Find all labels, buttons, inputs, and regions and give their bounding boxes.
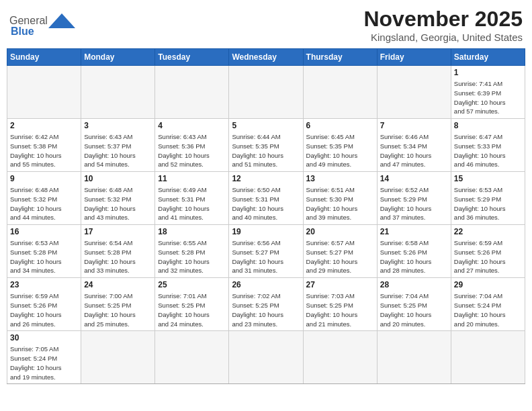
day-number: 3 <box>84 121 152 130</box>
day-info: Sunrise: 6:56 AM Sunset: 5:27 PM Dayligh… <box>232 238 300 275</box>
calendar-cell: 14Sunrise: 6:52 AM Sunset: 5:29 PM Dayli… <box>377 172 451 225</box>
day-number: 22 <box>454 227 522 236</box>
calendar-cell: 25Sunrise: 7:01 AM Sunset: 5:25 PM Dayli… <box>155 278 229 331</box>
day-info: Sunrise: 7:01 AM Sunset: 5:25 PM Dayligh… <box>158 291 226 328</box>
calendar-cell: 16Sunrise: 6:53 AM Sunset: 5:28 PM Dayli… <box>7 225 81 278</box>
day-info: Sunrise: 6:51 AM Sunset: 5:30 PM Dayligh… <box>306 185 374 222</box>
calendar-cell: 12Sunrise: 6:50 AM Sunset: 5:31 PM Dayli… <box>229 172 303 225</box>
day-number: 7 <box>380 121 448 130</box>
day-number: 18 <box>158 227 226 236</box>
calendar-cell: 2Sunrise: 6:42 AM Sunset: 5:38 PM Daylig… <box>7 119 81 172</box>
day-number: 6 <box>306 121 374 130</box>
day-of-week-header: Sunday <box>7 49 81 66</box>
calendar-cell: 21Sunrise: 6:58 AM Sunset: 5:26 PM Dayli… <box>377 225 451 278</box>
location-title: Kingsland, Georgia, United States <box>363 32 523 43</box>
calendar-cell <box>377 66 451 119</box>
day-info: Sunrise: 6:59 AM Sunset: 5:26 PM Dayligh… <box>454 238 522 275</box>
day-info: Sunrise: 6:58 AM Sunset: 5:26 PM Dayligh… <box>380 238 448 275</box>
day-info: Sunrise: 6:50 AM Sunset: 5:31 PM Dayligh… <box>232 185 300 222</box>
day-number: 14 <box>380 174 448 183</box>
day-info: Sunrise: 6:43 AM Sunset: 5:37 PM Dayligh… <box>84 132 152 169</box>
calendar-cell: 19Sunrise: 6:56 AM Sunset: 5:27 PM Dayli… <box>229 225 303 278</box>
calendar-cell <box>451 331 525 384</box>
calendar-cell <box>303 66 377 119</box>
day-info: Sunrise: 7:04 AM Sunset: 5:25 PM Dayligh… <box>380 291 448 328</box>
calendar-cell: 18Sunrise: 6:55 AM Sunset: 5:28 PM Dayli… <box>155 225 229 278</box>
calendar-cell <box>377 331 451 384</box>
day-info: Sunrise: 6:57 AM Sunset: 5:27 PM Dayligh… <box>306 238 374 275</box>
month-title: November 2025 <box>363 7 523 32</box>
day-number: 2 <box>10 121 78 130</box>
day-info: Sunrise: 6:54 AM Sunset: 5:28 PM Dayligh… <box>84 238 152 275</box>
day-of-week-header: Monday <box>81 49 155 66</box>
day-number: 28 <box>380 280 448 289</box>
calendar-cell: 28Sunrise: 7:04 AM Sunset: 5:25 PM Dayli… <box>377 278 451 331</box>
day-info: Sunrise: 6:46 AM Sunset: 5:34 PM Dayligh… <box>380 132 448 169</box>
day-number: 23 <box>10 280 78 289</box>
day-info: Sunrise: 6:47 AM Sunset: 5:33 PM Dayligh… <box>454 132 522 169</box>
day-number: 24 <box>84 280 152 289</box>
day-info: Sunrise: 6:42 AM Sunset: 5:38 PM Dayligh… <box>10 132 78 169</box>
calendar-cell: 6Sunrise: 6:45 AM Sunset: 5:35 PM Daylig… <box>303 119 377 172</box>
day-number: 17 <box>84 227 152 236</box>
day-number: 29 <box>454 280 522 289</box>
calendar-cell: 20Sunrise: 6:57 AM Sunset: 5:27 PM Dayli… <box>303 225 377 278</box>
day-info: Sunrise: 7:00 AM Sunset: 5:25 PM Dayligh… <box>84 291 152 328</box>
calendar-cell <box>229 66 303 119</box>
calendar-header-row: SundayMondayTuesdayWednesdayThursdayFrid… <box>7 49 525 66</box>
day-info: Sunrise: 7:02 AM Sunset: 5:25 PM Dayligh… <box>232 291 300 328</box>
day-number: 20 <box>306 227 374 236</box>
day-info: Sunrise: 6:44 AM Sunset: 5:35 PM Dayligh… <box>232 132 300 169</box>
day-number: 10 <box>84 174 152 183</box>
title-block: November 2025 Kingsland, Georgia, United… <box>363 7 523 43</box>
calendar-cell: 10Sunrise: 6:48 AM Sunset: 5:32 PM Dayli… <box>81 172 155 225</box>
logo-blue-icon <box>48 13 75 28</box>
day-number: 9 <box>10 174 78 183</box>
day-info: Sunrise: 6:43 AM Sunset: 5:36 PM Dayligh… <box>158 132 226 169</box>
day-number: 5 <box>232 121 300 130</box>
calendar-cell: 9Sunrise: 6:48 AM Sunset: 5:32 PM Daylig… <box>7 172 81 225</box>
calendar-cell <box>81 66 155 119</box>
day-of-week-header: Wednesday <box>229 49 303 66</box>
day-number: 21 <box>380 227 448 236</box>
day-of-week-header: Saturday <box>451 49 525 66</box>
day-number: 1 <box>454 68 522 77</box>
day-number: 25 <box>158 280 226 289</box>
day-number: 4 <box>158 121 226 130</box>
day-info: Sunrise: 7:04 AM Sunset: 5:24 PM Dayligh… <box>454 291 522 328</box>
day-number: 19 <box>232 227 300 236</box>
calendar-cell <box>81 331 155 384</box>
calendar-cell: 30Sunrise: 7:05 AM Sunset: 5:24 PM Dayli… <box>7 331 81 384</box>
calendar-cell: 24Sunrise: 7:00 AM Sunset: 5:25 PM Dayli… <box>81 278 155 331</box>
day-info: Sunrise: 6:48 AM Sunset: 5:32 PM Dayligh… <box>10 185 78 222</box>
day-info: Sunrise: 6:48 AM Sunset: 5:32 PM Dayligh… <box>84 185 152 222</box>
calendar-cell: 27Sunrise: 7:03 AM Sunset: 5:25 PM Dayli… <box>303 278 377 331</box>
day-number: 30 <box>10 333 78 342</box>
calendar-cell <box>303 331 377 384</box>
calendar-cell: 26Sunrise: 7:02 AM Sunset: 5:25 PM Dayli… <box>229 278 303 331</box>
calendar-cell <box>155 66 229 119</box>
day-info: Sunrise: 6:53 AM Sunset: 5:28 PM Dayligh… <box>10 238 78 275</box>
svg-marker-0 <box>48 13 75 28</box>
day-number: 12 <box>232 174 300 183</box>
logo: General Blue <box>9 13 75 38</box>
day-number: 26 <box>232 280 300 289</box>
day-info: Sunrise: 7:05 AM Sunset: 5:24 PM Dayligh… <box>10 345 78 381</box>
calendar-cell: 11Sunrise: 6:49 AM Sunset: 5:31 PM Dayli… <box>155 172 229 225</box>
day-number: 27 <box>306 280 374 289</box>
calendar-cell: 7Sunrise: 6:46 AM Sunset: 5:34 PM Daylig… <box>377 119 451 172</box>
calendar-cell: 29Sunrise: 7:04 AM Sunset: 5:24 PM Dayli… <box>451 278 525 331</box>
calendar-cell: 15Sunrise: 6:53 AM Sunset: 5:29 PM Dayli… <box>451 172 525 225</box>
day-number: 11 <box>158 174 226 183</box>
day-of-week-header: Tuesday <box>155 49 229 66</box>
calendar-cell <box>7 66 81 119</box>
calendar-cell: 13Sunrise: 6:51 AM Sunset: 5:30 PM Dayli… <box>303 172 377 225</box>
day-number: 13 <box>306 174 374 183</box>
calendar-cell: 5Sunrise: 6:44 AM Sunset: 5:35 PM Daylig… <box>229 119 303 172</box>
calendar-cell: 1Sunrise: 7:41 AM Sunset: 6:39 PM Daylig… <box>451 66 525 119</box>
day-info: Sunrise: 6:49 AM Sunset: 5:31 PM Dayligh… <box>158 185 226 222</box>
day-info: Sunrise: 6:55 AM Sunset: 5:28 PM Dayligh… <box>158 238 226 275</box>
day-number: 16 <box>10 227 78 236</box>
calendar-cell <box>155 331 229 384</box>
day-info: Sunrise: 6:59 AM Sunset: 5:26 PM Dayligh… <box>10 291 78 328</box>
